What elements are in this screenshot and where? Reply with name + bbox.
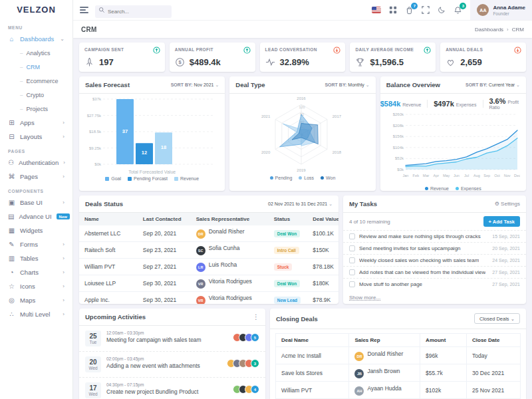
sidebar-item-label: Authentication	[19, 159, 59, 166]
svg-text:2019: 2019	[297, 168, 307, 172]
svg-text:Mar: Mar	[422, 174, 429, 178]
advanceui-icon: ▤	[8, 213, 14, 220]
svg-text:Sep: Sep	[483, 174, 490, 178]
activity-date: 17Wed	[85, 382, 101, 398]
deals-status-date-range[interactable]: 02 Nov 2021 to 31 Dec 2021	[268, 201, 332, 207]
sidebar-subitem-ecommerce[interactable]: Ecommerce	[0, 74, 72, 88]
my-tasks-card: My Tasks Settings 4 of 10 remaining Add …	[343, 196, 526, 304]
sidebar-item-authentication[interactable]: ⚇Authentication	[0, 156, 72, 170]
sales-rep: VRVitoria Rodrigues	[191, 275, 269, 292]
hamburger-menu-icon[interactable]	[80, 7, 88, 13]
sales-forecast-chart: $37k$27.75k$18.5k$9.25k$0k371218	[79, 94, 225, 170]
sidebar-item-dashboards[interactable]: ⌂Dashboards	[0, 32, 72, 46]
activities-kebab-menu-icon[interactable]	[253, 313, 259, 321]
balance-stat-profit-ratio: 3.6%Profit Ratio	[489, 97, 526, 110]
user-menu[interactable]: AA Anna Adame Founder	[470, 0, 532, 20]
deal-name: Loiusee LLP	[79, 275, 138, 292]
sidebar-item-base-ui[interactable]: ▣Base UI	[0, 196, 72, 209]
home-icon: ⌂	[8, 35, 15, 43]
language-flag-icon[interactable]	[372, 7, 381, 13]
last-contacted: Sep 30, 2021	[138, 292, 191, 305]
apps-icon: ⊞	[8, 119, 15, 126]
table-row: William PVTSep 27, 2021LRLuis RochaStuck…	[79, 259, 338, 275]
kpi-card-daily-average-income: DAILY AVERAGE INCOME$1,596.5	[350, 43, 436, 72]
sidebar-item-apps[interactable]: ⊞Apps	[0, 116, 72, 130]
app-logo[interactable]: VELZON	[0, 0, 72, 20]
tasks-settings-button[interactable]: Settings	[495, 201, 520, 207]
svg-text:May: May	[443, 174, 450, 178]
search-box	[95, 4, 172, 17]
legend-item: Pending Forcast	[128, 176, 168, 181]
sidebar-subitem-projects[interactable]: Projects	[0, 102, 72, 116]
svg-text:37: 37	[122, 128, 128, 134]
search-input[interactable]	[95, 5, 172, 18]
kpi-value: 32.89%	[280, 57, 309, 67]
column-header: Deal Value	[307, 213, 338, 225]
breadcrumb-dashboards[interactable]: Dashboards	[475, 27, 503, 33]
kpi-card-lead-conversation: LEAD CONVERSATION32.89%	[260, 43, 346, 72]
balance-stat-expenses: $497kExpenses	[434, 100, 476, 108]
task-checkbox[interactable]	[349, 269, 355, 275]
sidebar-subitem-analytics[interactable]: Analytics	[0, 46, 72, 60]
pulse-icon	[265, 57, 275, 67]
dark-mode-moon-icon[interactable]	[438, 6, 446, 14]
activity-date: 25Tue	[85, 331, 101, 346]
sidebar-subitem-crypto[interactable]: Crypto	[0, 88, 72, 102]
deals-status-title: Deals Status	[85, 200, 123, 207]
sales-rep: JBJansh Brown	[349, 364, 420, 382]
activity-title: Create new project Bundling Product	[106, 388, 227, 395]
avatar-count-badge: 5	[251, 333, 259, 342]
user-name: Anna Adame	[493, 5, 525, 11]
chevron-down-icon	[60, 37, 65, 42]
kpi-value: 197	[99, 57, 114, 67]
sidebar-subitem-crm[interactable]: CRM	[0, 60, 72, 74]
sales-forecast-xlabel: Total Forecasted Value	[79, 170, 225, 174]
sidebar-item-layouts[interactable]: ⊟Layouts	[0, 130, 72, 144]
sidebar-item-forms[interactable]: ✎Forms	[0, 237, 72, 251]
task-checkbox[interactable]	[349, 233, 355, 239]
activity-item: 20Wed02:00pm - 03:45pmAdding a new event…	[79, 352, 265, 378]
sidebar-item-multi-level[interactable]: ∴Multi Level	[0, 307, 72, 321]
apps-grid-icon[interactable]	[389, 6, 397, 14]
deal-value: $78.9K	[307, 292, 338, 305]
sidebar-item-tables[interactable]: ▥Tables	[0, 251, 72, 265]
column-header: Close Date	[467, 334, 521, 347]
add-task-button[interactable]: Add Task	[483, 216, 520, 227]
trend-down-icon	[514, 47, 521, 54]
deal-type-sort-dropdown[interactable]: SORT BY: Monthly	[325, 82, 369, 88]
sidebar-item-widgets[interactable]: ▦Widgets	[0, 223, 72, 237]
sidebar-item-charts[interactable]: ◔Charts	[0, 265, 72, 279]
charts-row: Sales Forecast SORT BY: Nov 2021 $37k$27…	[79, 76, 526, 191]
task-checkbox[interactable]	[349, 257, 355, 263]
deal-name: Raitech Soft	[79, 242, 138, 259]
svg-text:2021: 2021	[261, 114, 271, 118]
topbar: 7 3 AA Anna Adame Founder	[73, 0, 532, 20]
rep-avatar: DR	[354, 352, 364, 361]
kpi-value: $489.4k	[190, 57, 221, 67]
column-header: Amount	[420, 334, 467, 347]
deal-value: $100.1K	[307, 225, 338, 242]
show-more-link[interactable]: Show more...	[343, 292, 386, 303]
legend-item: Revenue	[174, 176, 199, 181]
trend-up-icon	[153, 47, 160, 54]
kpi-card-annual-profit: ANNUAL PROFIT$$489.4k	[170, 43, 255, 72]
fullscreen-icon[interactable]	[422, 6, 430, 14]
notifications-badge: 3	[460, 3, 466, 9]
task-checkbox[interactable]	[349, 281, 355, 287]
balance-overview-sort-dropdown[interactable]: SORT BY: Current Year	[466, 82, 520, 88]
sales-forecast-sort-dropdown[interactable]: SORT BY: Nov 2021	[171, 82, 219, 88]
sidebar-item-pages[interactable]: ⌘Pages	[0, 170, 72, 184]
closing-deals-filter-select[interactable]: Closed Deals	[474, 313, 520, 324]
notifications-bell-icon[interactable]: 3	[454, 6, 462, 15]
cart-icon[interactable]: 7	[405, 6, 414, 15]
auth-icon: ⚇	[8, 159, 14, 166]
sales-rep: DRDonald Risher	[349, 347, 420, 364]
sidebar-item-maps[interactable]: ◎Maps	[0, 293, 72, 307]
sidebar-item-icons[interactable]: ☆Icons	[0, 279, 72, 293]
task-checkbox[interactable]	[349, 245, 355, 251]
svg-text:Feb: Feb	[412, 174, 418, 178]
table-row: Acme Inc InstallDRDonald Risher$96kToday	[276, 347, 521, 364]
sidebar-item-label: Layouts	[20, 133, 42, 140]
sidebar-item-advance-ui[interactable]: ▤Advance UINew	[0, 209, 72, 223]
status-badge: Deal Won	[274, 230, 301, 237]
